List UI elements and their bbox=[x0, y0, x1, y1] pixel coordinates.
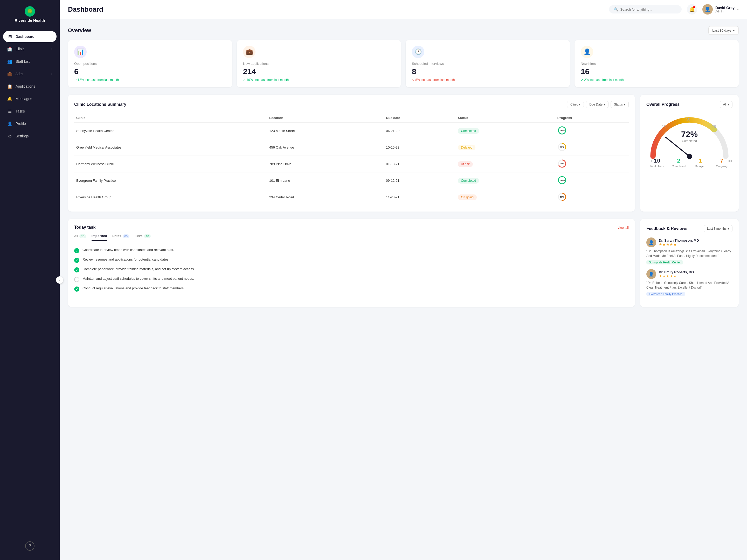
gauge-chart: 0 25 50 75 100 72% Completed bbox=[646, 113, 732, 155]
sidebar-item-jobs[interactable]: 💼 Jobs › bbox=[3, 68, 56, 80]
filter-status-button[interactable]: Status ▾ bbox=[611, 101, 629, 108]
view-all-link[interactable]: view all bbox=[618, 225, 629, 230]
logo-text: Riverside Health bbox=[15, 18, 45, 23]
svg-point-11 bbox=[687, 154, 692, 159]
table-row: Harmony Wellness Clinic 789 Pine Drive 0… bbox=[74, 156, 629, 172]
gauge-percent: 72% bbox=[681, 130, 698, 139]
sidebar-item-settings[interactable]: ⚙ Settings bbox=[3, 130, 56, 142]
task-check-done[interactable]: ✓ bbox=[74, 287, 79, 292]
feedback-period-label: Last 3 months bbox=[707, 227, 726, 231]
filter-due-date-button[interactable]: Due Date ▾ bbox=[586, 101, 609, 108]
feedback-period-selector[interactable]: Last 3 months ▾ bbox=[704, 225, 732, 232]
task-tab-important[interactable]: Important bbox=[92, 234, 107, 241]
period-selector[interactable]: Last 30 days ▾ bbox=[709, 26, 739, 35]
sidebar-item-label: Settings bbox=[16, 134, 29, 138]
avatar: 👤 bbox=[646, 269, 656, 279]
task-text: Review resumes and applications for pote… bbox=[82, 258, 170, 261]
dashboard-icon: ⊞ bbox=[7, 34, 12, 39]
sidebar-item-label: Dashboard bbox=[16, 34, 34, 38]
task-check-done[interactable]: ✓ bbox=[74, 248, 79, 253]
col-header-clinic: Clinic bbox=[74, 113, 267, 123]
new-applications-change: ↗ 10% decrease from last month bbox=[243, 78, 395, 82]
new-hires-icon: 👤 bbox=[581, 46, 593, 58]
clinic-status: Delayed bbox=[456, 139, 555, 156]
clinic-location: 123 Maple Street bbox=[267, 123, 384, 139]
sidebar-item-label: Staff List bbox=[16, 59, 30, 63]
clinic-location: 101 Elm Lane bbox=[267, 172, 384, 189]
open-positions-change: ↗ 12% increase from last month bbox=[74, 78, 226, 82]
help-button[interactable]: ? bbox=[25, 541, 34, 551]
review-item: 👤 Dr. Emily Roberts, DO ★★★★★ "Dr. Rober… bbox=[646, 269, 732, 296]
star-rating: ★★★★★ bbox=[659, 242, 699, 246]
sidebar-item-tasks[interactable]: ☰ Tasks bbox=[3, 106, 56, 117]
review-clinic-tag: Everareen Family Practice bbox=[646, 292, 685, 296]
sidebar-item-dashboard[interactable]: ⊞ Dashboard bbox=[3, 31, 56, 42]
sidebar-item-label: Applications bbox=[16, 84, 35, 88]
chevron-down-icon: ▾ bbox=[603, 103, 605, 106]
sidebar-nav: ⊞ Dashboard 🏥 Clinic › 👥 Staff List 💼 Jo… bbox=[0, 31, 60, 534]
sidebar-item-staff-list[interactable]: 👥 Staff List bbox=[3, 56, 56, 67]
sidebar-item-clinic[interactable]: 🏥 Clinic › bbox=[3, 43, 56, 55]
clinic-progress: 100% bbox=[555, 123, 629, 139]
sidebar-collapse-button[interactable]: ‹ bbox=[56, 276, 63, 284]
notification-dot bbox=[693, 6, 695, 8]
gauge-label: Completed bbox=[681, 139, 698, 143]
new-hires-value: 16 bbox=[581, 67, 732, 76]
review-list: 👤 Dr. Sarah Thompson, MD ★★★★★ "Dr. Thom… bbox=[646, 238, 732, 296]
clinic-location: 789 Pine Drive bbox=[267, 156, 384, 172]
clinic-progress: 50% bbox=[555, 189, 629, 206]
sidebar-item-label: Messages bbox=[16, 97, 32, 101]
search-input[interactable] bbox=[620, 7, 677, 11]
task-tab-notes[interactable]: Notes05 bbox=[112, 234, 129, 241]
progress-card-header: Overall Progress All ▾ bbox=[646, 101, 732, 108]
tab-label: Links bbox=[135, 234, 143, 238]
page-title: Dashboard bbox=[68, 5, 604, 14]
content-area: Overview Last 30 days ▾ 📊 Open positions… bbox=[60, 19, 747, 560]
sidebar-footer: ? bbox=[0, 536, 60, 554]
task-check-empty[interactable] bbox=[74, 277, 79, 282]
sidebar-item-label: Tasks bbox=[16, 109, 25, 113]
sidebar-item-messages[interactable]: 🔔 Messages bbox=[3, 93, 56, 105]
stat-card-open-positions: 📊 Open positions 6 ↗ 12% increase from l… bbox=[68, 40, 232, 87]
clinic-progress: 68% bbox=[555, 156, 629, 172]
star-rating: ★★★★★ bbox=[659, 274, 694, 278]
clinic-due-date: 09-12-21 bbox=[384, 172, 456, 189]
progress-filter-label: All bbox=[723, 103, 726, 106]
sidebar-item-applications[interactable]: 📋 Applications bbox=[3, 81, 56, 92]
sidebar-item-profile[interactable]: 👤 Profile bbox=[3, 118, 56, 129]
open-positions-icon: 📊 bbox=[74, 46, 87, 58]
task-check-done[interactable]: ✓ bbox=[74, 258, 79, 263]
task-text: Maintain and adjust staff schedules to c… bbox=[82, 277, 194, 281]
feedback-title: Feedback & Reviews bbox=[646, 226, 687, 231]
search-bar[interactable]: 🔍 bbox=[609, 5, 681, 14]
avatar: 👤 bbox=[702, 4, 713, 15]
logo-icon: 🍀 bbox=[25, 6, 35, 17]
today-task-card: Today task view all All10ImportantNotes0… bbox=[68, 219, 635, 307]
clinic-table: ClinicLocationDue dateStatusProgress Sun… bbox=[74, 113, 629, 205]
svg-text:25: 25 bbox=[662, 125, 666, 129]
review-text: "Dr. Thompson Is Amazing! She Explained … bbox=[646, 249, 732, 258]
clinic-due-date: 01-13-21 bbox=[384, 156, 456, 172]
settings-icon: ⚙ bbox=[7, 134, 12, 139]
task-check-done[interactable]: ✓ bbox=[74, 267, 79, 272]
task-tab-links[interactable]: Links10 bbox=[135, 234, 151, 241]
filter-clinic-button[interactable]: Clinic ▾ bbox=[567, 101, 584, 108]
col-header-status: Status bbox=[456, 113, 555, 123]
table-row: Greenfield Medical Associates 456 Oak Av… bbox=[74, 139, 629, 156]
clinic-due-date: 10-15-23 bbox=[384, 139, 456, 156]
list-item: ✓Coordinate interview times with candida… bbox=[74, 246, 629, 256]
progress-title: Overall Progress bbox=[646, 102, 679, 107]
clinic-status: Completed bbox=[456, 172, 555, 189]
progress-filter[interactable]: All ▾ bbox=[720, 101, 732, 108]
task-tab-all[interactable]: All10 bbox=[74, 234, 86, 241]
open-positions-value: 6 bbox=[74, 67, 226, 76]
progress-stat-label: Completed bbox=[668, 165, 689, 168]
review-text: "Dr. Roberts Genuinely Cares. She Listen… bbox=[646, 281, 732, 290]
new-applications-value: 214 bbox=[243, 67, 395, 76]
notification-button[interactable]: 🔔 bbox=[687, 4, 697, 15]
user-menu[interactable]: 👤 David Grey Admin ▾ bbox=[702, 4, 739, 15]
clinic-status: Completed bbox=[456, 123, 555, 139]
progress-stat-label: Total clinics bbox=[646, 165, 668, 168]
task-list: ✓Coordinate interview times with candida… bbox=[74, 246, 629, 294]
chevron-down-icon: ▾ bbox=[727, 227, 729, 231]
